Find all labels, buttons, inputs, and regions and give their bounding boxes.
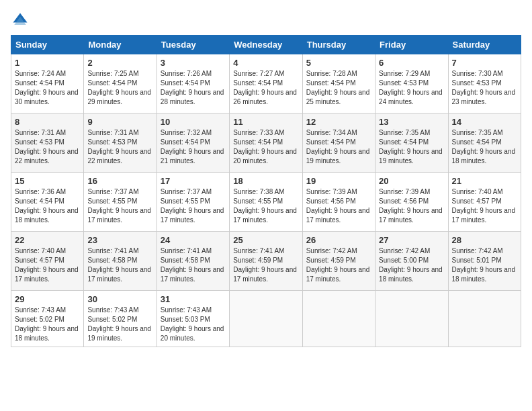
calendar-cell — [230, 291, 302, 347]
calendar-cell: 31 Sunrise: 7:43 AMSunset: 5:03 PMDaylig… — [157, 291, 229, 347]
calendar-cell: 20 Sunrise: 7:39 AMSunset: 4:56 PMDaylig… — [375, 173, 448, 232]
logo-icon — [11, 11, 30, 30]
calendar-cell: 6 Sunrise: 7:29 AMSunset: 4:53 PMDayligh… — [375, 54, 448, 113]
weekday-header: Monday — [84, 36, 157, 54]
weekday-header: Wednesday — [230, 36, 302, 54]
day-number: 16 — [87, 176, 152, 186]
day-number: 1 — [15, 58, 80, 68]
day-info: Sunrise: 7:37 AMSunset: 4:55 PMDaylight:… — [161, 188, 224, 224]
day-number: 25 — [233, 235, 298, 245]
calendar-cell: 29 Sunrise: 7:43 AMSunset: 5:02 PMDaylig… — [11, 291, 84, 347]
day-number: 8 — [15, 117, 80, 127]
day-number: 22 — [15, 235, 80, 245]
calendar-week-row: 1 Sunrise: 7:24 AMSunset: 4:54 PMDayligh… — [11, 54, 521, 113]
calendar-cell: 11 Sunrise: 7:33 AMSunset: 4:54 PMDaylig… — [230, 113, 302, 173]
day-info: Sunrise: 7:27 AMSunset: 4:54 PMDaylight:… — [233, 70, 297, 105]
calendar-cell: 30 Sunrise: 7:43 AMSunset: 5:02 PMDaylig… — [84, 291, 157, 347]
day-info: Sunrise: 7:39 AMSunset: 4:56 PMDaylight:… — [306, 188, 370, 224]
day-info: Sunrise: 7:26 AMSunset: 4:54 PMDaylight:… — [161, 70, 224, 105]
day-info: Sunrise: 7:30 AMSunset: 4:53 PMDaylight:… — [452, 70, 516, 105]
day-info: Sunrise: 7:42 AMSunset: 5:01 PMDaylight:… — [452, 247, 516, 283]
day-number: 11 — [233, 117, 298, 127]
calendar-week-row: 15 Sunrise: 7:36 AMSunset: 4:54 PMDaylig… — [11, 173, 521, 232]
day-number: 30 — [87, 294, 152, 304]
day-info: Sunrise: 7:31 AMSunset: 4:53 PMDaylight:… — [15, 129, 79, 165]
day-info: Sunrise: 7:28 AMSunset: 4:54 PMDaylight:… — [306, 70, 370, 105]
calendar-cell: 15 Sunrise: 7:36 AMSunset: 4:54 PMDaylig… — [11, 173, 84, 232]
day-info: Sunrise: 7:35 AMSunset: 4:54 PMDaylight:… — [379, 129, 443, 165]
calendar-week-row: 29 Sunrise: 7:43 AMSunset: 5:02 PMDaylig… — [11, 291, 521, 347]
weekday-header: Thursday — [302, 36, 375, 54]
day-info: Sunrise: 7:37 AMSunset: 4:55 PMDaylight:… — [87, 188, 151, 224]
calendar-cell: 16 Sunrise: 7:37 AMSunset: 4:55 PMDaylig… — [84, 173, 157, 232]
day-number: 27 — [379, 235, 444, 245]
day-info: Sunrise: 7:43 AMSunset: 5:02 PMDaylight:… — [87, 306, 151, 342]
day-number: 21 — [452, 176, 517, 186]
calendar-cell: 13 Sunrise: 7:35 AMSunset: 4:54 PMDaylig… — [375, 113, 448, 173]
calendar-cell — [448, 291, 521, 347]
calendar-week-row: 8 Sunrise: 7:31 AMSunset: 4:53 PMDayligh… — [11, 113, 521, 173]
weekday-header: Tuesday — [157, 36, 229, 54]
calendar-cell: 27 Sunrise: 7:42 AMSunset: 5:00 PMDaylig… — [375, 232, 448, 291]
day-info: Sunrise: 7:25 AMSunset: 4:54 PMDaylight:… — [87, 70, 151, 105]
calendar: SundayMondayTuesdayWednesdayThursdayFrid… — [11, 35, 521, 347]
day-number: 5 — [306, 58, 371, 68]
calendar-cell — [302, 291, 375, 347]
calendar-cell: 2 Sunrise: 7:25 AMSunset: 4:54 PMDayligh… — [84, 54, 157, 113]
calendar-cell: 8 Sunrise: 7:31 AMSunset: 4:53 PMDayligh… — [11, 113, 84, 173]
calendar-cell: 21 Sunrise: 7:40 AMSunset: 4:57 PMDaylig… — [448, 173, 521, 232]
day-number: 29 — [15, 294, 80, 304]
calendar-cell: 4 Sunrise: 7:27 AMSunset: 4:54 PMDayligh… — [230, 54, 302, 113]
day-number: 10 — [161, 117, 226, 127]
calendar-cell: 19 Sunrise: 7:39 AMSunset: 4:56 PMDaylig… — [302, 173, 375, 232]
day-info: Sunrise: 7:43 AMSunset: 5:03 PMDaylight:… — [161, 306, 224, 342]
day-info: Sunrise: 7:35 AMSunset: 4:54 PMDaylight:… — [452, 129, 516, 165]
calendar-cell: 18 Sunrise: 7:38 AMSunset: 4:55 PMDaylig… — [230, 173, 302, 232]
day-info: Sunrise: 7:42 AMSunset: 4:59 PMDaylight:… — [306, 247, 370, 283]
day-info: Sunrise: 7:34 AMSunset: 4:54 PMDaylight:… — [306, 129, 370, 165]
day-number: 7 — [452, 58, 517, 68]
day-number: 9 — [87, 117, 152, 127]
day-info: Sunrise: 7:42 AMSunset: 5:00 PMDaylight:… — [379, 247, 443, 283]
calendar-cell: 5 Sunrise: 7:28 AMSunset: 4:54 PMDayligh… — [302, 54, 375, 113]
day-number: 2 — [87, 58, 152, 68]
day-number: 4 — [233, 58, 298, 68]
calendar-cell: 9 Sunrise: 7:31 AMSunset: 4:53 PMDayligh… — [84, 113, 157, 173]
day-number: 15 — [15, 176, 80, 186]
calendar-cell: 7 Sunrise: 7:30 AMSunset: 4:53 PMDayligh… — [448, 54, 521, 113]
calendar-cell: 23 Sunrise: 7:41 AMSunset: 4:58 PMDaylig… — [84, 232, 157, 291]
weekday-header: Saturday — [448, 36, 521, 54]
calendar-cell: 28 Sunrise: 7:42 AMSunset: 5:01 PMDaylig… — [448, 232, 521, 291]
calendar-cell: 1 Sunrise: 7:24 AMSunset: 4:54 PMDayligh… — [11, 54, 84, 113]
day-info: Sunrise: 7:39 AMSunset: 4:56 PMDaylight:… — [379, 188, 443, 224]
day-info: Sunrise: 7:38 AMSunset: 4:55 PMDaylight:… — [233, 188, 297, 224]
day-info: Sunrise: 7:43 AMSunset: 5:02 PMDaylight:… — [15, 306, 79, 342]
day-number: 14 — [452, 117, 517, 127]
calendar-cell: 14 Sunrise: 7:35 AMSunset: 4:54 PMDaylig… — [448, 113, 521, 173]
calendar-cell: 22 Sunrise: 7:40 AMSunset: 4:57 PMDaylig… — [11, 232, 84, 291]
calendar-cell: 24 Sunrise: 7:41 AMSunset: 4:58 PMDaylig… — [157, 232, 229, 291]
weekday-header-row: SundayMondayTuesdayWednesdayThursdayFrid… — [11, 36, 521, 54]
weekday-header: Friday — [375, 36, 448, 54]
day-info: Sunrise: 7:36 AMSunset: 4:54 PMDaylight:… — [15, 188, 79, 224]
day-number: 3 — [161, 58, 226, 68]
calendar-week-row: 22 Sunrise: 7:40 AMSunset: 4:57 PMDaylig… — [11, 232, 521, 291]
logo — [11, 11, 32, 30]
day-number: 23 — [87, 235, 152, 245]
day-number: 20 — [379, 176, 444, 186]
day-number: 19 — [306, 176, 371, 186]
day-info: Sunrise: 7:40 AMSunset: 4:57 PMDaylight:… — [15, 247, 79, 283]
weekday-header: Sunday — [11, 36, 84, 54]
day-number: 24 — [161, 235, 226, 245]
day-number: 26 — [306, 235, 371, 245]
calendar-cell: 3 Sunrise: 7:26 AMSunset: 4:54 PMDayligh… — [157, 54, 229, 113]
day-info: Sunrise: 7:33 AMSunset: 4:54 PMDaylight:… — [233, 129, 297, 165]
day-info: Sunrise: 7:24 AMSunset: 4:54 PMDaylight:… — [15, 70, 79, 105]
calendar-cell: 12 Sunrise: 7:34 AMSunset: 4:54 PMDaylig… — [302, 113, 375, 173]
header — [11, 11, 521, 30]
day-info: Sunrise: 7:41 AMSunset: 4:58 PMDaylight:… — [87, 247, 151, 283]
calendar-cell: 17 Sunrise: 7:37 AMSunset: 4:55 PMDaylig… — [157, 173, 229, 232]
day-number: 28 — [452, 235, 517, 245]
day-number: 12 — [306, 117, 371, 127]
day-number: 17 — [161, 176, 226, 186]
